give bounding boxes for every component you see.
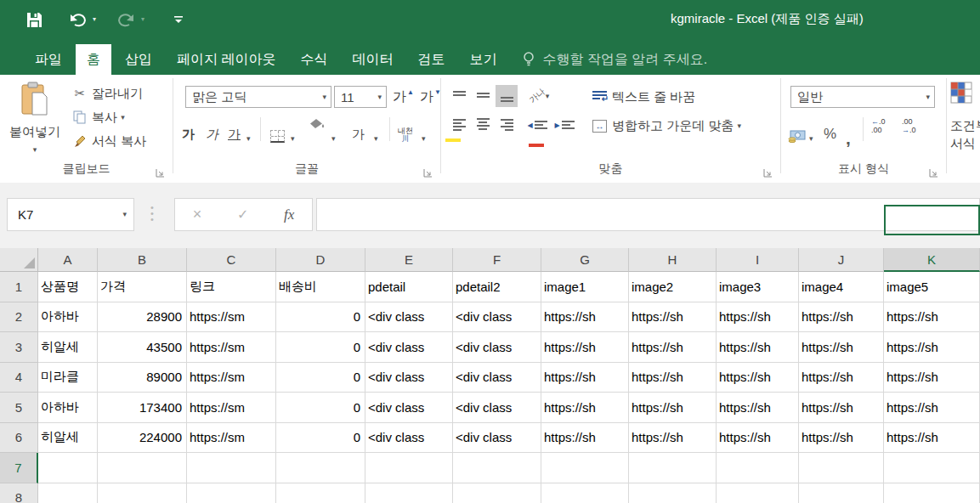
- cell-H5[interactable]: https://sh: [629, 393, 717, 423]
- cell-A7[interactable]: [38, 453, 98, 483]
- wrap-text-button[interactable]: ↵ 텍스트 줄 바꿈: [592, 87, 695, 107]
- formula-input[interactable]: [316, 198, 980, 231]
- cell-K1[interactable]: image5: [884, 272, 980, 302]
- cell-D6[interactable]: 0: [276, 423, 365, 454]
- column-header-F[interactable]: F: [453, 248, 541, 272]
- cell-J5[interactable]: https://sh: [799, 393, 884, 423]
- cell-G2[interactable]: https://sh: [541, 302, 629, 333]
- tab-review[interactable]: 검토: [406, 44, 456, 75]
- paste-button[interactable]: 붙여넣기 ▾: [7, 81, 63, 172]
- row-header-7[interactable]: 7: [0, 453, 38, 483]
- cell-J7[interactable]: [799, 453, 884, 483]
- cell-E8[interactable]: [365, 483, 453, 503]
- cell-I3[interactable]: https://sh: [717, 332, 799, 363]
- cell-K3[interactable]: https://sh: [884, 332, 980, 363]
- cell-I6[interactable]: https://sh: [717, 423, 799, 454]
- cell-B7[interactable]: [98, 453, 187, 483]
- middle-align-button[interactable]: [472, 85, 494, 107]
- font-color-button[interactable]: 가: [352, 117, 365, 150]
- cell-E2[interactable]: <div class: [365, 302, 453, 333]
- column-header-C[interactable]: C: [187, 248, 276, 272]
- alignment-dialog-launcher[interactable]: [763, 166, 773, 176]
- font-color-dropdown[interactable]: ▾: [374, 117, 378, 145]
- cell-D5[interactable]: 0: [276, 393, 365, 423]
- cell-H6[interactable]: https://sh: [629, 423, 717, 454]
- cell-F4[interactable]: <div class: [453, 363, 541, 393]
- phonetic-button[interactable]: 내천 川: [398, 117, 413, 146]
- align-center-button[interactable]: [472, 114, 494, 136]
- cell-B5[interactable]: 173400: [98, 393, 187, 423]
- undo-icon[interactable]: [68, 10, 88, 29]
- row-header-1[interactable]: 1: [0, 272, 38, 302]
- row-header-3[interactable]: 3: [0, 332, 38, 363]
- shrink-font-button[interactable]: 가▼: [420, 85, 441, 109]
- merge-center-button[interactable]: ↔ 병합하고 가운데 맞춤 ▾: [592, 116, 741, 136]
- column-header-G[interactable]: G: [541, 248, 629, 272]
- cell-H4[interactable]: https://sh: [629, 363, 717, 393]
- save-icon[interactable]: [24, 10, 44, 29]
- tab-page-layout[interactable]: 페이지 레이아웃: [166, 44, 286, 75]
- tell-me-box[interactable]: 수행할 작업을 알려 주세요.: [522, 44, 707, 75]
- decrease-decimal-button[interactable]: .00 →.0: [902, 117, 916, 134]
- column-header-H[interactable]: H: [629, 248, 717, 272]
- italic-button[interactable]: 가: [206, 117, 218, 145]
- comma-style-button[interactable]: ,: [846, 117, 851, 148]
- cell-B3[interactable]: 43500: [98, 332, 187, 363]
- cell-I1[interactable]: image3: [717, 272, 799, 302]
- cell-K6[interactable]: https://sh: [884, 423, 980, 454]
- number-dialog-launcher[interactable]: [929, 166, 939, 176]
- row-header-5[interactable]: 5: [0, 393, 38, 423]
- column-header-B[interactable]: B: [98, 248, 187, 272]
- percent-style-button[interactable]: %: [824, 117, 836, 146]
- name-box-resizer[interactable]: •••: [150, 205, 154, 223]
- cell-A4[interactable]: 미라클: [38, 363, 98, 393]
- cell-B4[interactable]: 89000: [98, 363, 187, 393]
- decrease-indent-button[interactable]: ◀: [524, 114, 550, 136]
- cell-C1[interactable]: 링크: [187, 272, 276, 302]
- increase-decimal-button[interactable]: ←.0 .00: [871, 117, 886, 134]
- increase-indent-button[interactable]: ▶: [552, 114, 577, 136]
- tab-view[interactable]: 보기: [458, 44, 507, 75]
- enter-icon[interactable]: ✓: [237, 206, 248, 223]
- column-header-J[interactable]: J: [799, 248, 884, 272]
- cell-E5[interactable]: <div class: [365, 393, 453, 423]
- cell-E4[interactable]: <div class: [365, 363, 453, 393]
- top-align-button[interactable]: [448, 85, 470, 107]
- grow-font-button[interactable]: 가▲: [393, 85, 414, 109]
- cell-D2[interactable]: 0: [276, 302, 365, 333]
- align-right-button[interactable]: [496, 114, 518, 136]
- cell-A1[interactable]: 상품명: [38, 272, 98, 302]
- cell-B2[interactable]: 28900: [98, 302, 187, 333]
- bottom-align-button[interactable]: [496, 85, 518, 107]
- bold-button[interactable]: 가: [182, 117, 195, 145]
- cell-J4[interactable]: https://sh: [799, 363, 884, 393]
- cell-H8[interactable]: [629, 483, 717, 503]
- align-left-button[interactable]: [448, 114, 470, 136]
- conditional-formatting-label[interactable]: 조건부 서식: [950, 116, 980, 152]
- borders-dropdown[interactable]: ▾: [291, 117, 295, 145]
- cell-C5[interactable]: https://sm: [187, 393, 276, 423]
- cell-F2[interactable]: <div class: [453, 302, 541, 333]
- cell-H3[interactable]: https://sh: [629, 332, 717, 363]
- font-name-combo[interactable]: 맑은 고딕▾: [185, 86, 331, 108]
- insert-function-icon[interactable]: fx: [284, 206, 294, 223]
- cell-D8[interactable]: [276, 483, 365, 503]
- cell-B1[interactable]: 가격: [98, 272, 187, 302]
- column-header-K[interactable]: K: [884, 248, 980, 272]
- tab-home[interactable]: 홈: [76, 44, 111, 75]
- row-header-8[interactable]: 8: [0, 483, 38, 503]
- column-header-E[interactable]: E: [365, 248, 453, 272]
- cell-F3[interactable]: <div class: [453, 332, 541, 363]
- accounting-dropdown[interactable]: ▾: [809, 117, 813, 145]
- column-header-D[interactable]: D: [276, 248, 365, 272]
- cell-H7[interactable]: [629, 453, 717, 483]
- cell-G3[interactable]: https://sh: [541, 332, 629, 363]
- cell-J8[interactable]: [799, 483, 884, 503]
- cell-E1[interactable]: pdetail: [365, 272, 453, 302]
- cell-C6[interactable]: https://sm: [187, 423, 276, 454]
- cut-button[interactable]: ✂ 잘라내기: [71, 82, 143, 105]
- cell-D7[interactable]: [276, 453, 365, 483]
- cell-J1[interactable]: image4: [799, 272, 884, 302]
- cell-A8[interactable]: [38, 483, 98, 503]
- accounting-format-button[interactable]: [788, 117, 806, 144]
